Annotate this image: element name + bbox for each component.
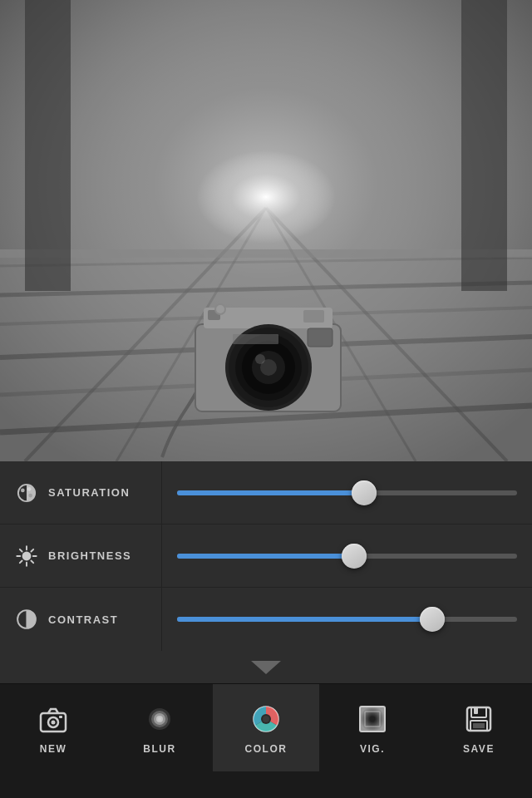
contrast-slider-area[interactable] (162, 617, 532, 622)
toolbar-item-blur[interactable]: BLUR (106, 684, 213, 771)
brightness-label-area: BRIGHTNESS (0, 525, 162, 587)
toolbar-label-save: SAVE (463, 743, 495, 755)
brightness-thumb[interactable] (342, 544, 367, 569)
brightness-slider-area[interactable] (162, 554, 532, 559)
svg-point-35 (27, 487, 32, 491)
toolbar-item-save[interactable]: SAVE (426, 684, 532, 771)
svg-rect-14 (25, 0, 71, 291)
svg-point-26 (255, 354, 265, 364)
color-wheel-icon (249, 702, 283, 736)
expand-arrow-area[interactable] (0, 651, 532, 684)
saturation-row: SATURATION (0, 461, 532, 525)
camera-icon (36, 702, 71, 736)
contrast-track[interactable] (177, 617, 517, 622)
svg-rect-67 (473, 723, 485, 728)
svg-rect-27 (303, 310, 324, 323)
saturation-fill (177, 490, 364, 495)
brightness-label: BRIGHTNESS (48, 549, 131, 562)
svg-point-32 (216, 305, 224, 313)
photo-preview (0, 0, 532, 461)
brightness-track[interactable] (177, 554, 517, 559)
toolbar-item-color[interactable]: COLOR (213, 684, 319, 771)
brightness-fill (177, 554, 354, 559)
svg-point-34 (21, 488, 25, 492)
brightness-row: BRIGHTNESS (0, 525, 532, 588)
svg-rect-29 (308, 328, 332, 347)
svg-line-45 (20, 560, 22, 563)
toolbar-label-blur: BLUR (143, 743, 175, 755)
vignette-icon (355, 702, 390, 736)
bottom-toolbar: NEW BLUR COLOR (0, 684, 532, 771)
svg-rect-64 (471, 707, 486, 717)
saturation-slider-area[interactable] (162, 490, 532, 495)
toolbar-label-vig: VIG. (360, 743, 385, 755)
svg-rect-15 (461, 0, 507, 291)
saturation-icon (15, 481, 38, 505)
photo-svg (0, 0, 532, 461)
saturation-label: SATURATION (48, 486, 130, 499)
blur-icon (142, 702, 177, 736)
svg-point-16 (166, 137, 366, 270)
controls-panel: SATURATION (0, 461, 532, 651)
svg-rect-65 (474, 707, 478, 714)
saturation-track[interactable] (177, 490, 517, 495)
svg-point-56 (158, 717, 161, 721)
chevron-down-icon (251, 661, 281, 674)
toolbar-label-new: NEW (40, 743, 67, 755)
contrast-row: CONTRAST (0, 588, 532, 651)
svg-point-59 (263, 716, 269, 722)
saturation-thumb[interactable] (352, 480, 377, 505)
contrast-fill (177, 617, 432, 622)
svg-point-50 (52, 720, 56, 724)
floppy-disk-icon (461, 702, 496, 736)
saturation-label-area: SATURATION (0, 461, 162, 524)
svg-rect-30 (233, 334, 278, 344)
contrast-label: CONTRAST (48, 613, 118, 626)
svg-rect-51 (59, 716, 62, 718)
svg-line-42 (20, 549, 22, 551)
svg-rect-61 (360, 707, 385, 732)
svg-point-37 (22, 551, 32, 560)
svg-point-36 (28, 493, 32, 497)
contrast-icon (15, 608, 38, 631)
contrast-label-area: CONTRAST (0, 588, 162, 651)
brightness-icon (15, 544, 38, 568)
toolbar-item-new[interactable]: NEW (0, 684, 106, 771)
toolbar-label-color: COLOR (245, 743, 288, 755)
toolbar-item-vig[interactable]: VIG. (319, 684, 426, 771)
contrast-thumb[interactable] (420, 607, 445, 632)
svg-line-44 (31, 549, 33, 551)
svg-line-43 (31, 560, 33, 563)
